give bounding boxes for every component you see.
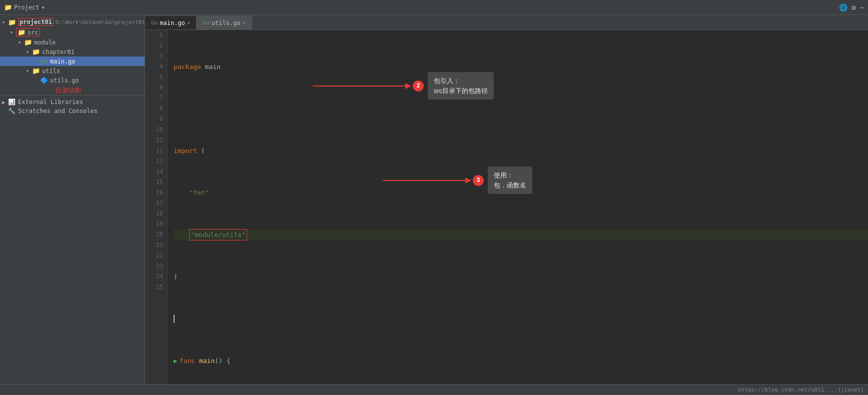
code-line-7 <box>174 314 868 324</box>
utils-folder-icon: 📁 <box>32 67 41 74</box>
chapter01-collapse-arrow: ▾ <box>26 49 32 54</box>
module-folder-icon: 📁 <box>24 38 33 46</box>
ln22: 22 <box>145 250 167 261</box>
code-line-8: ▶ func main() { <box>174 356 868 366</box>
status-url: https://blog.csdn.net/u011 ...(jianet) <box>738 386 864 393</box>
maingo-icon: Go <box>40 58 49 65</box>
chapter01-folder-icon: 📁 <box>32 48 41 56</box>
module-collapse-arrow: ▾ <box>18 40 24 45</box>
dir-label: 目录结构 <box>55 86 81 94</box>
ln17: 17 <box>145 198 167 208</box>
editor-area: Go main.go ✕ Go utils.go ✕ 1 2 3 4 <box>145 15 868 384</box>
ln9: 9 <box>145 114 167 124</box>
tree-item-ext-lib[interactable]: ▶ 📊 External Libraries <box>0 98 145 106</box>
tab-maingo-icon: Go <box>151 20 158 26</box>
code-line-6: ) <box>174 272 868 282</box>
project-root-box: project01 <box>18 18 54 26</box>
ln21: 21 <box>145 240 167 250</box>
extlib-icon: 📊 <box>8 98 17 106</box>
folder-icon: 📁 <box>8 18 17 26</box>
tab-utils-go[interactable]: Go utils.go ✕ <box>197 16 252 30</box>
ln3: 3 <box>145 51 167 62</box>
tab-bar: Go main.go ✕ Go utils.go ✕ <box>145 15 868 30</box>
run-gutter-icon[interactable]: ▶ <box>174 356 178 366</box>
ln12: 12 <box>145 146 167 156</box>
ln2: 2 <box>145 40 167 51</box>
ln13: 13 <box>145 156 167 166</box>
scratches-icon: 🔧 <box>8 108 17 114</box>
code-line-4: "fmt" <box>174 188 868 198</box>
ln7: 7 <box>145 93 167 104</box>
tree-item-project-root[interactable]: ▾ 📁 project01 D:\Work\Goland\Go\project0… <box>0 17 145 27</box>
module-label: module <box>34 39 56 46</box>
kw-package: package <box>174 62 201 72</box>
ln16: 16 <box>145 188 167 198</box>
tab-maingo-label: main.go <box>160 20 185 26</box>
project-path: D:\Work\Goland\Go\project01 <box>56 19 145 26</box>
earth-icon[interactable]: 🌐 <box>839 4 847 12</box>
cursor-blink <box>174 315 175 323</box>
extlib-label: External Libraries <box>18 98 83 106</box>
ln4: 4 <box>145 62 167 72</box>
title-bar-dropdown-icon[interactable]: ▾ <box>42 4 45 11</box>
tree-item-chapter01[interactable]: ▾ 📁 chapter01 <box>0 47 145 56</box>
src-box: 📁 src <box>16 28 40 36</box>
utils-collapse-arrow: ▾ <box>26 68 32 74</box>
code-line-5: "module/utils" <box>174 230 868 240</box>
title-bar-icon: 📁 <box>4 4 12 11</box>
tree-view: ▾ 📁 project01 D:\Work\Goland\Go\project0… <box>0 15 145 384</box>
ln5: 5 <box>145 72 167 82</box>
title-bar-actions: 🌐 ⚙ − <box>839 4 864 12</box>
sidebar: ▾ 📁 project01 D:\Work\Goland\Go\project0… <box>0 15 145 384</box>
minimize-icon[interactable]: − <box>860 4 864 12</box>
collapse-arrow: ▾ <box>2 20 8 25</box>
arrow2-svg <box>313 81 413 91</box>
tooltip3-line1: 使用： <box>494 170 526 180</box>
annotation2-container: 2 包引入： src目录下的包路径 <box>313 72 494 100</box>
src-folder-icon: 📁 <box>18 28 27 36</box>
badge2: 2 <box>413 80 424 92</box>
arrow3-svg <box>383 176 473 186</box>
ln25: 25 <box>145 282 167 292</box>
tab-utilsgo-label: utils.go <box>212 20 241 26</box>
tree-item-src[interactable]: ▾ 📁 src <box>0 27 145 38</box>
ln14: 14 <box>145 166 167 177</box>
src-label: src <box>28 29 39 36</box>
settings-icon[interactable]: ⚙ <box>851 4 855 12</box>
editor-content: 1 2 3 4 5 6 7 8 9 10 11 12 13 14 15 16 1 <box>145 30 868 384</box>
sidebar-bottom: ▶ 📊 External Libraries ▶ 🔧 Scratches and… <box>0 95 145 118</box>
ln19: 19 <box>145 219 167 230</box>
tree-item-utils-go[interactable]: ▶ 🔷 utils.go <box>0 76 145 85</box>
project-root-label: project01 <box>20 18 52 26</box>
tooltip2-box: 包引入： src目录下的包路径 <box>428 72 494 100</box>
tab-utilsgo-close[interactable]: ✕ <box>243 20 246 26</box>
tab-maingo-close[interactable]: ✕ <box>187 20 191 26</box>
ln20: 20 <box>145 230 167 240</box>
import-path-box: "module/utils" <box>189 229 247 240</box>
ln23: 23 <box>145 261 167 272</box>
ln24: 24 <box>145 272 167 282</box>
chapter01-label: chapter01 <box>42 48 75 56</box>
dir-label-container: 目录结构 <box>0 86 145 95</box>
code-line-1: package main <box>174 62 868 72</box>
ln18: 18 <box>145 208 167 219</box>
tree-item-utils[interactable]: ▾ 📁 utils <box>0 66 145 76</box>
tab-utilsgo-icon: Go <box>203 20 209 26</box>
ln15: 15 <box>145 177 167 188</box>
tree-item-main-go[interactable]: ▶ Go main.go <box>0 56 145 66</box>
code-area[interactable]: package main import ( "fmt" "modul <box>168 30 868 384</box>
tab-main-go[interactable]: Go main.go ✕ <box>145 16 197 30</box>
ln1: 1 <box>145 30 167 40</box>
utilsgo-icon: 🔷 <box>40 76 49 84</box>
code-line-2 <box>174 104 868 114</box>
src-collapse-arrow: ▾ <box>10 30 16 35</box>
utils-label: utils <box>42 68 60 74</box>
tooltip2-line1: 包引入： <box>434 76 488 86</box>
title-bar-text: Project <box>14 4 40 11</box>
tree-item-module[interactable]: ▾ 📁 module <box>0 38 145 47</box>
ln10: 10 <box>145 124 167 135</box>
title-bar: 📁 Project ▾ 🌐 ⚙ − <box>0 0 868 15</box>
tree-item-scratches[interactable]: ▶ 🔧 Scratches and Consoles <box>0 106 145 116</box>
ln11: 11 <box>145 135 167 146</box>
utilsgo-label: utils.go <box>50 77 79 84</box>
